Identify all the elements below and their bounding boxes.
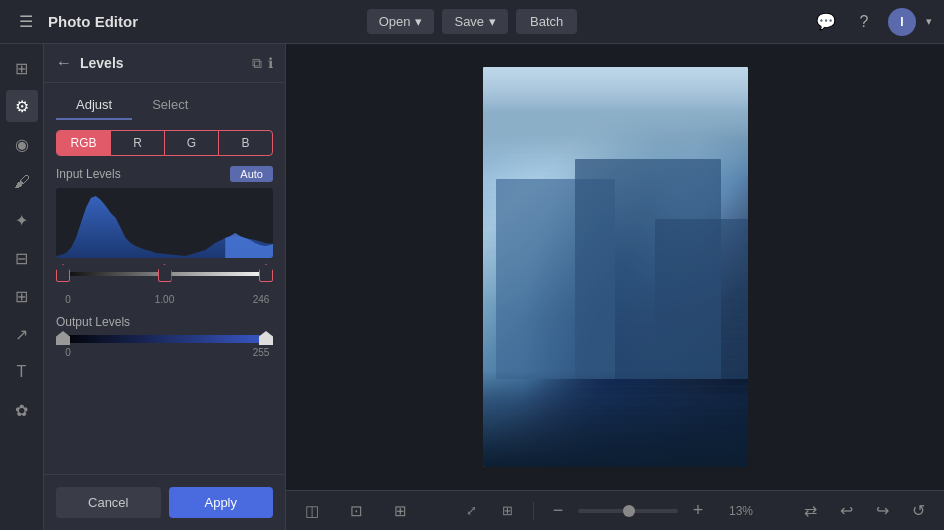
- zoom-thumb[interactable]: [623, 505, 635, 517]
- layers-icon[interactable]: ⊟: [6, 242, 38, 274]
- effects-icon[interactable]: ✦: [6, 204, 38, 236]
- main-area: ⊞ ⚙ ◉ 🖌 ✦ ⊟ ⊞ ↗ T ✿ ← Levels ⧉ ℹ Adjust …: [0, 44, 944, 530]
- input-right-value: 246: [251, 294, 271, 305]
- input-handle-mid[interactable]: [158, 264, 172, 282]
- info-icon[interactable]: ℹ: [268, 55, 273, 72]
- zoom-in-button[interactable]: +: [686, 499, 710, 523]
- menu-icon[interactable]: ☰: [12, 8, 40, 36]
- export-icon[interactable]: ↗: [6, 318, 38, 350]
- batch-button[interactable]: Batch: [516, 9, 577, 34]
- avatar-chevron-icon: ▾: [926, 15, 932, 28]
- fit-icon[interactable]: ⤢: [457, 497, 485, 525]
- input-handle-labels: 0 1.00 246: [56, 294, 273, 305]
- photo-preview: [483, 67, 748, 467]
- stamp-icon[interactable]: ✿: [6, 394, 38, 426]
- output-handle-right[interactable]: [259, 331, 273, 345]
- input-levels-header: Input Levels Auto: [56, 166, 273, 182]
- output-handle-left[interactable]: [56, 331, 70, 345]
- layers-bottom-icon[interactable]: ◫: [298, 497, 326, 525]
- input-slider[interactable]: [56, 262, 273, 290]
- input-levels-label: Input Levels: [56, 167, 121, 181]
- grid-bottom-icon[interactable]: ⊞: [386, 497, 414, 525]
- open-button[interactable]: Open ▾: [367, 9, 435, 34]
- output-levels-section: Output Levels 0 255: [44, 315, 285, 368]
- grid-icon[interactable]: ⊞: [6, 280, 38, 312]
- text-icon[interactable]: T: [6, 356, 38, 388]
- crop-bottom-icon[interactable]: ⊡: [342, 497, 370, 525]
- levels-panel: ← Levels ⧉ ℹ Adjust Select RGB R G B Inp…: [44, 44, 286, 530]
- input-left-value: 0: [58, 294, 78, 305]
- output-levels-label: Output Levels: [56, 315, 273, 329]
- channel-section: RGB R G B: [44, 120, 285, 166]
- topbar-center: Open ▾ Save ▾ Batch: [367, 9, 578, 34]
- flip-icon[interactable]: ⇄: [796, 497, 824, 525]
- adjust-icon[interactable]: ⚙: [6, 90, 38, 122]
- auto-button[interactable]: Auto: [230, 166, 273, 182]
- output-right-value: 255: [251, 347, 271, 358]
- redo-button[interactable]: ↪: [868, 497, 896, 525]
- home-icon[interactable]: ⊞: [6, 52, 38, 84]
- cancel-button[interactable]: Cancel: [56, 487, 161, 518]
- bottombar-right: ⇄ ↩ ↪ ↺: [796, 497, 932, 525]
- input-handle-right[interactable]: [259, 264, 273, 282]
- chat-icon[interactable]: 💬: [812, 8, 840, 36]
- bottombar: ◫ ⊡ ⊞ ⤢ ⊞ − + 13% ⇄ ↩ ↪ ↺: [286, 490, 944, 530]
- channel-buttons: RGB R G B: [56, 130, 273, 156]
- canvas-viewport[interactable]: [286, 44, 944, 490]
- tab-select[interactable]: Select: [132, 91, 208, 120]
- tab-adjust[interactable]: Adjust: [56, 91, 132, 120]
- output-handle-labels: 0 255: [56, 347, 273, 358]
- avatar[interactable]: I: [888, 8, 916, 36]
- chevron-down-icon: ▾: [415, 14, 422, 29]
- output-slider-track[interactable]: [56, 335, 273, 343]
- channel-rgb-button[interactable]: RGB: [57, 131, 111, 155]
- back-button[interactable]: ←: [56, 54, 72, 72]
- undo-button[interactable]: ↩: [832, 497, 860, 525]
- chevron-down-icon: ▾: [489, 14, 496, 29]
- paint-icon[interactable]: 🖌: [6, 166, 38, 198]
- topbar-left: ☰ Photo Editor: [12, 8, 367, 36]
- zoom-out-button[interactable]: −: [546, 499, 570, 523]
- input-handle-left[interactable]: [56, 264, 70, 282]
- topbar-right: 💬 ? I ▾: [577, 8, 932, 36]
- panel-header: ← Levels ⧉ ℹ: [44, 44, 285, 83]
- action-buttons: Cancel Apply: [44, 474, 285, 530]
- input-levels-section: Input Levels Auto: [44, 166, 285, 315]
- channel-r-button[interactable]: R: [111, 131, 165, 155]
- divider: [533, 502, 534, 520]
- copy-icon[interactable]: ⧉: [252, 55, 262, 72]
- apply-button[interactable]: Apply: [169, 487, 274, 518]
- help-icon[interactable]: ?: [850, 8, 878, 36]
- panel-title: Levels: [80, 55, 244, 71]
- bottombar-left: ◫ ⊡ ⊞: [298, 497, 414, 525]
- save-button[interactable]: Save ▾: [442, 9, 508, 34]
- photo-inner: [483, 67, 748, 467]
- histogram: [56, 188, 273, 258]
- output-left-value: 0: [58, 347, 78, 358]
- iconbar: ⊞ ⚙ ◉ 🖌 ✦ ⊟ ⊞ ↗ T ✿: [0, 44, 44, 530]
- bottombar-center: ⤢ ⊞ − + 13%: [457, 497, 753, 525]
- canvas-area: ◫ ⊡ ⊞ ⤢ ⊞ − + 13% ⇄ ↩ ↪ ↺: [286, 44, 944, 530]
- zoom-level: 13%: [718, 504, 753, 518]
- zoom-slider[interactable]: [578, 509, 678, 513]
- transform-icon[interactable]: ⊞: [493, 497, 521, 525]
- input-mid-value: 1.00: [155, 294, 175, 305]
- eye-icon[interactable]: ◉: [6, 128, 38, 160]
- histogram-svg: [56, 188, 273, 258]
- app-title: Photo Editor: [48, 13, 138, 30]
- panel-tabs: Adjust Select: [44, 83, 285, 120]
- reset-icon[interactable]: ↺: [904, 497, 932, 525]
- channel-b-button[interactable]: B: [219, 131, 272, 155]
- topbar: ☰ Photo Editor Open ▾ Save ▾ Batch 💬 ? I…: [0, 0, 944, 44]
- panel-header-icons: ⧉ ℹ: [252, 55, 273, 72]
- channel-g-button[interactable]: G: [165, 131, 219, 155]
